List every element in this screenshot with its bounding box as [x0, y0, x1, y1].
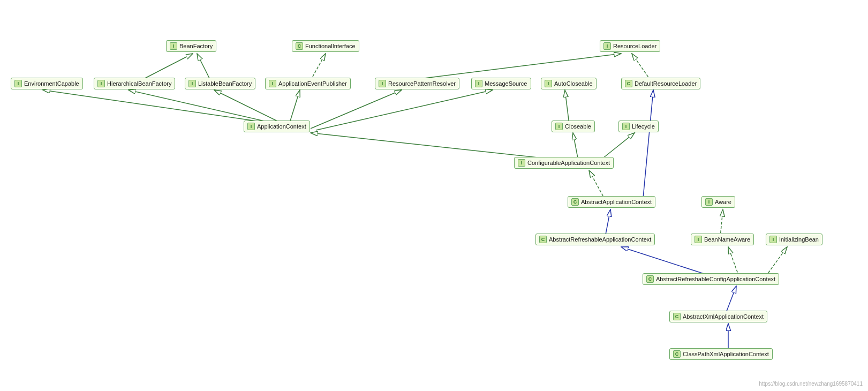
svg-line-9 — [311, 90, 402, 129]
icon-BeanNameAware: I — [695, 236, 702, 243]
node-EnvironmentCapable: I EnvironmentCapable — [11, 78, 83, 89]
label-ApplicationContext: ApplicationContext — [257, 123, 306, 130]
svg-line-2 — [311, 54, 326, 80]
node-AbstractRefreshableApplicationContext: C AbstractRefreshableApplicationContext — [535, 234, 655, 245]
node-ResourceLoader: I ResourceLoader — [600, 40, 660, 52]
icon-ConfigurableApplicationContext: I — [518, 159, 525, 167]
svg-line-15 — [589, 170, 605, 200]
svg-line-5 — [43, 90, 278, 124]
label-ResourceLoader: ResourceLoader — [613, 43, 656, 49]
node-BeanNameAware: I BeanNameAware — [691, 234, 754, 245]
label-EnvironmentCapable: EnvironmentCapable — [24, 80, 79, 87]
icon-EnvironmentCapable: I — [14, 80, 22, 87]
icon-interface-BeanFactory: I — [170, 42, 177, 50]
diagram-container: I BeanFactory C FunctionalInterface I Re… — [0, 0, 868, 391]
icon-InitializingBean: I — [769, 236, 777, 243]
node-AbstractApplicationContext: C AbstractApplicationContext — [568, 196, 655, 208]
icon-ResourcePatternResolver: I — [379, 80, 386, 87]
node-Closeable: I Closeable — [552, 121, 595, 132]
node-AutoCloseable: I AutoCloseable — [541, 78, 597, 89]
node-Aware: I Aware — [701, 196, 735, 208]
node-Lifecycle: I Lifecycle — [618, 121, 659, 132]
svg-line-8 — [289, 90, 300, 124]
icon-AbstractApplicationContext: C — [571, 198, 579, 206]
icon-AbstractRefreshableConfigApplicationContext: C — [646, 275, 654, 283]
label-ClassPathXmlApplicationContext: ClassPathXmlApplicationContext — [683, 351, 769, 357]
icon-Lifecycle: I — [622, 123, 630, 130]
label-HierarchicalBeanFactory: HierarchicalBeanFactory — [107, 80, 171, 87]
svg-line-16 — [643, 90, 653, 204]
watermark: https://blog.csdn.net/newzhang1695870411 — [759, 381, 863, 387]
node-BeanFactory: I BeanFactory — [166, 40, 216, 52]
node-MessageSource: I MessageSource — [471, 78, 531, 89]
icon-ApplicationEventPublisher: I — [269, 80, 276, 87]
label-ListableBeanFactory: ListableBeanFactory — [198, 80, 252, 87]
svg-line-21 — [766, 247, 787, 276]
node-ListableBeanFactory: I ListableBeanFactory — [185, 78, 255, 89]
icon-AbstractRefreshableApplicationContext: C — [539, 236, 547, 243]
svg-line-4 — [632, 54, 651, 80]
icon-FunctionalInterface: C — [296, 42, 303, 50]
label-ResourcePatternResolver: ResourcePatternResolver — [388, 80, 456, 87]
label-Closeable: Closeable — [565, 123, 591, 130]
svg-line-3 — [407, 54, 621, 80]
icon-AbstractXmlApplicationContext: C — [673, 313, 681, 320]
icon-Aware: I — [705, 198, 713, 206]
node-AbstractXmlApplicationContext: C AbstractXmlApplicationContext — [669, 311, 767, 322]
node-InitializingBean: I InitializingBean — [766, 234, 822, 245]
svg-line-11 — [565, 90, 569, 124]
label-AbstractRefreshableConfigApplicationContext: AbstractRefreshableConfigApplicationCont… — [656, 276, 775, 282]
icon-DefaultResourceLoader: C — [625, 80, 632, 87]
icon-AutoCloseable: I — [545, 80, 552, 87]
svg-line-10 — [316, 90, 493, 130]
label-BeanFactory: BeanFactory — [179, 43, 213, 49]
label-AbstractApplicationContext: AbstractApplicationContext — [581, 199, 652, 205]
label-Aware: Aware — [715, 199, 731, 205]
label-AbstractRefreshableApplicationContext: AbstractRefreshableApplicationContext — [549, 236, 651, 243]
icon-ListableBeanFactory: I — [188, 80, 196, 87]
svg-line-7 — [214, 90, 284, 124]
label-ConfigurableApplicationContext: ConfigurableApplicationContext — [527, 160, 610, 166]
svg-line-22 — [726, 286, 736, 314]
node-ApplicationEventPublisher: I ApplicationEventPublisher — [265, 78, 351, 89]
node-HierarchicalBeanFactory: I HierarchicalBeanFactory — [94, 78, 175, 89]
label-AbstractXmlApplicationContext: AbstractXmlApplicationContext — [683, 313, 764, 320]
label-MessageSource: MessageSource — [485, 80, 527, 87]
label-BeanNameAware: BeanNameAware — [704, 236, 750, 243]
svg-line-20 — [728, 247, 739, 276]
node-ClassPathXmlApplicationContext: C ClassPathXmlApplicationContext — [669, 348, 773, 360]
svg-line-19 — [621, 247, 712, 276]
icon-HierarchicalBeanFactory: I — [97, 80, 105, 87]
node-AbstractRefreshableConfigApplicationContext: C AbstractRefreshableConfigApplicationCo… — [643, 273, 779, 285]
svg-line-6 — [129, 90, 278, 124]
node-DefaultResourceLoader: C DefaultResourceLoader — [621, 78, 700, 89]
icon-ApplicationContext: I — [247, 123, 255, 130]
icon-Closeable: I — [555, 123, 563, 130]
label-FunctionalInterface: FunctionalInterface — [305, 43, 356, 49]
icon-ClassPathXmlApplicationContext: C — [673, 350, 681, 358]
label-DefaultResourceLoader: DefaultResourceLoader — [635, 80, 697, 87]
arrows-svg — [0, 0, 868, 391]
node-FunctionalInterface: C FunctionalInterface — [292, 40, 359, 52]
label-InitializingBean: InitializingBean — [779, 236, 819, 243]
icon-ResourceLoader: I — [603, 42, 611, 50]
svg-line-1 — [197, 54, 210, 80]
label-Lifecycle: Lifecycle — [632, 123, 655, 130]
node-ApplicationContext: I ApplicationContext — [244, 121, 310, 132]
node-ConfigurableApplicationContext: I ConfigurableApplicationContext — [514, 157, 614, 169]
node-ResourcePatternResolver: I ResourcePatternResolver — [375, 78, 459, 89]
label-ApplicationEventPublisher: ApplicationEventPublisher — [278, 80, 347, 87]
label-AutoCloseable: AutoCloseable — [554, 80, 593, 87]
svg-line-0 — [141, 54, 193, 80]
icon-MessageSource: I — [475, 80, 482, 87]
